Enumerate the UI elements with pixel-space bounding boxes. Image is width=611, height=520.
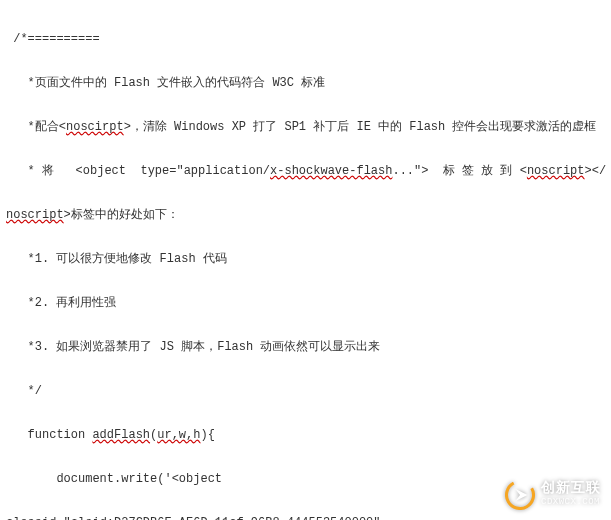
logo-text: 创新互联 CDXWCX.COM [541, 481, 601, 509]
code-line: * 将 <object type="application/x-shockwav… [6, 160, 611, 182]
logo-icon [505, 480, 535, 510]
logo-url: CDXWCX.COM [541, 495, 601, 509]
code-line: *2. 再利用性强 [6, 292, 611, 314]
code-line: *3. 如果浏览器禁用了 JS 脚本，Flash 动画依然可以显示出来 [6, 336, 611, 358]
code-line: *配合<noscirpt>，清除 Windows XP 打了 SP1 补丁后 I… [6, 116, 611, 138]
code-line: function addFlash(ur,w,h){ [6, 424, 611, 446]
code-line: */ [6, 380, 611, 402]
logo-cn: 创新互联 [541, 481, 601, 495]
code-block: /*========== *页面文件中的 Flash 文件嵌入的代码符合 W3C… [0, 0, 611, 520]
watermark-logo: 创新互联 CDXWCX.COM [505, 480, 601, 510]
code-line: /*========== [6, 28, 611, 50]
code-line: *1. 可以很方便地修改 Flash 代码 [6, 248, 611, 270]
code-line: noscript>标签中的好处如下： [6, 204, 611, 226]
code-line: classid="clsid:D27CDB6E-AE6D-11cf-96B8-4… [6, 512, 611, 520]
code-line: *页面文件中的 Flash 文件嵌入的代码符合 W3C 标准 [6, 72, 611, 94]
